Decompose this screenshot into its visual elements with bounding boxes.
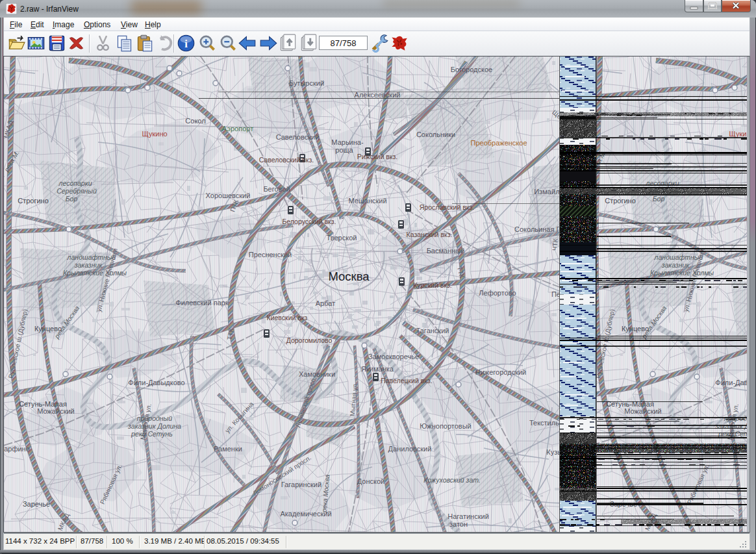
svg-text:i: i: [184, 38, 188, 50]
